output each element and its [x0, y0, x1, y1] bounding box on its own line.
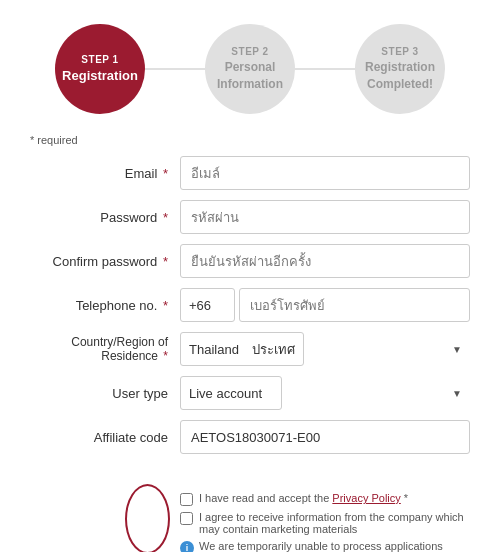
telephone-prefix-input[interactable]	[180, 288, 235, 322]
info-icon: i	[180, 541, 194, 552]
password-input[interactable]	[180, 200, 470, 234]
privacy-policy-link[interactable]: Privacy Policy	[332, 492, 400, 504]
country-select[interactable]: Thailand ประเทศ Other	[180, 332, 304, 366]
telephone-label: Telephone no. *	[30, 298, 180, 313]
privacy-policy-text: I have read and accept the	[199, 492, 332, 504]
email-label: Email *	[30, 166, 180, 181]
country-select-wrapper: Thailand ประเทศ Other	[180, 332, 470, 366]
user-type-select[interactable]: Live account Demo account	[180, 376, 282, 410]
affiliate-code-label: Affiliate code	[30, 430, 180, 445]
affiliate-code-row: Affiliate code	[30, 420, 470, 454]
privacy-policy-row: I have read and accept the Privacy Polic…	[30, 492, 470, 506]
required-note: * required	[30, 134, 470, 146]
telephone-row: Telephone no. *	[30, 288, 470, 322]
checkboxes-section: I have read and accept the Privacy Polic…	[0, 484, 500, 552]
step-2: STEP 2 Personal Information	[205, 24, 295, 114]
user-type-select-wrapper: Live account Demo account	[180, 376, 470, 410]
step-3: STEP 3 Registration Completed!	[355, 24, 445, 114]
telephone-number-input[interactable]	[239, 288, 470, 322]
confirm-password-label: Confirm password *	[30, 254, 180, 269]
confirm-password-input[interactable]	[180, 244, 470, 278]
marketing-checkbox[interactable]	[180, 512, 193, 525]
step-1-label: Registration	[62, 67, 138, 85]
step-1-number: STEP 1	[81, 53, 118, 67]
marketing-text: I agree to receive information from the …	[199, 511, 470, 535]
registration-form: * required Email * Password * Confirm pa…	[0, 134, 500, 484]
stepper: STEP 1 Registration STEP 2 Personal Info…	[0, 0, 500, 134]
step-2-label: Personal Information	[217, 59, 283, 93]
user-type-row: User type Live account Demo account	[30, 376, 470, 410]
marketing-row: I agree to receive information from the …	[30, 511, 470, 535]
telephone-inputs	[180, 288, 470, 322]
step-1: STEP 1 Registration	[55, 24, 145, 114]
step-2-number: STEP 2	[231, 45, 268, 59]
info-text: We are temporarily unable to process app…	[199, 540, 443, 552]
step-3-label: Registration Completed!	[365, 59, 435, 93]
confirm-password-row: Confirm password *	[30, 244, 470, 278]
country-row: Country/Region of Residence * Thailand ป…	[30, 332, 470, 366]
country-label: Country/Region of Residence *	[30, 335, 180, 363]
user-type-label: User type	[30, 386, 180, 401]
email-input[interactable]	[180, 156, 470, 190]
email-row: Email *	[30, 156, 470, 190]
privacy-policy-checkbox[interactable]	[180, 493, 193, 506]
password-label: Password *	[30, 210, 180, 225]
info-row: i We are temporarily unable to process a…	[30, 540, 470, 552]
step-connector-1	[145, 68, 205, 70]
step-3-number: STEP 3	[381, 45, 418, 59]
step-connector-2	[295, 68, 355, 70]
password-row: Password *	[30, 200, 470, 234]
affiliate-code-input[interactable]	[180, 420, 470, 454]
